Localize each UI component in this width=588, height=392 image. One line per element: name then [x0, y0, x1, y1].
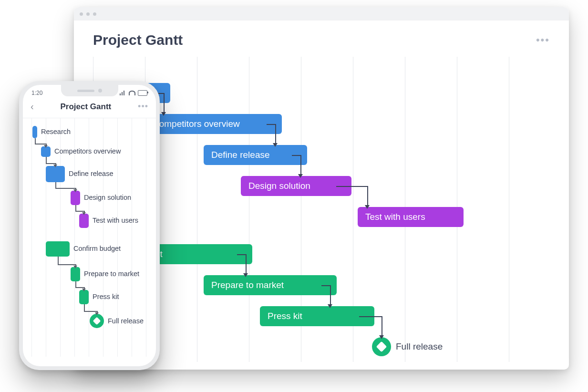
back-button[interactable]: ‹	[31, 101, 34, 112]
gantt-bar-prepare-market[interactable]	[71, 267, 80, 281]
phone-header: ‹ Project Gantt •••	[23, 96, 156, 118]
milestone-label: Full release	[396, 341, 443, 352]
gantt-bar-competitors[interactable]: Competitors overview	[145, 114, 282, 134]
milestone-full-release[interactable]	[372, 337, 391, 356]
task-label: Design solution	[84, 194, 131, 201]
task-label: Define release	[69, 170, 113, 177]
page-title: Project Gantt	[93, 32, 183, 48]
gantt-bar-design-solution[interactable]	[71, 191, 80, 205]
gantt-bar-test-users[interactable]	[79, 214, 89, 228]
gantt-chart[interactable]: ResearchCompetitors overviewDefine relea…	[93, 57, 550, 362]
phone-screen: 1:20 ‹ Project Gantt ••• ResearchCompeti…	[23, 85, 156, 366]
window-titlebar	[74, 7, 569, 21]
grid-column	[146, 118, 146, 357]
gantt-bar-research[interactable]	[32, 126, 37, 138]
signal-icon	[120, 91, 126, 95]
gantt-bar-competitors[interactable]	[41, 146, 51, 157]
window-control-max[interactable]	[93, 12, 96, 16]
gantt-bar-design-solution[interactable]: Design solution	[241, 176, 351, 196]
battery-icon	[138, 90, 147, 96]
gantt-bar-prepare-market[interactable]: Prepare to market	[204, 275, 337, 295]
task-label: Press kit	[93, 293, 119, 300]
status-time: 1:20	[31, 90, 42, 96]
task-label: Competitors overview	[54, 147, 121, 155]
task-label: Full release	[108, 317, 144, 325]
grid-column	[31, 118, 32, 357]
gantt-bar-press-kit[interactable]	[79, 290, 89, 304]
gantt-bar-press-kit[interactable]: Press kit	[260, 306, 374, 326]
phone-page-title: Project Gantt	[61, 102, 112, 112]
grid-column	[197, 57, 197, 362]
wifi-icon	[129, 91, 135, 95]
window-control-close[interactable]	[80, 12, 83, 16]
gantt-bar-define-release[interactable]	[46, 166, 65, 182]
phone-gantt-chart[interactable]: ResearchCompetitors overviewDefine relea…	[23, 118, 156, 357]
task-label: Confirm budget	[73, 245, 121, 252]
phone-more-button[interactable]: •••	[138, 102, 148, 112]
grid-column	[249, 57, 249, 362]
task-label: Research	[41, 128, 71, 135]
more-menu-button[interactable]: •••	[536, 34, 550, 46]
gantt-bar-test-users[interactable]: Test with users	[358, 207, 464, 227]
milestone-full-release[interactable]	[90, 314, 104, 328]
grid-column	[509, 57, 509, 362]
task-label: Test with users	[93, 217, 138, 224]
phone-notch	[61, 85, 118, 96]
phone-frame: 1:20 ‹ Project Gantt ••• ResearchCompeti…	[19, 81, 160, 370]
task-label: Prepare to market	[84, 270, 139, 278]
gantt-bar-confirm-budget[interactable]	[46, 241, 70, 257]
desktop-header: Project Gantt •••	[74, 21, 569, 57]
window-control-min[interactable]	[86, 12, 90, 16]
